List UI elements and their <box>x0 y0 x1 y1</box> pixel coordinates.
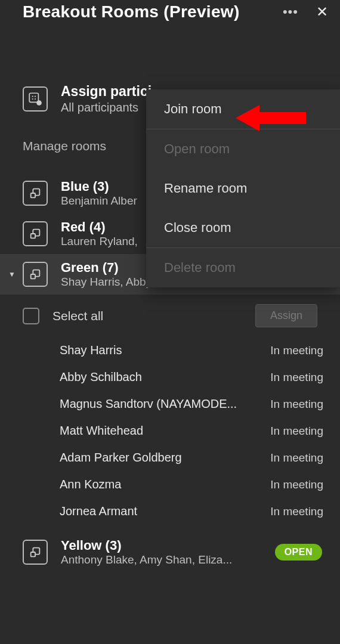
room-icon <box>23 221 48 246</box>
select-all-row: Select all Assign <box>0 297 340 335</box>
panel-title: Breakout Rooms (Preview) <box>23 2 283 21</box>
more-options-icon[interactable]: ••• <box>283 4 298 20</box>
participant-name: Ann Kozma <box>60 478 270 491</box>
participants-icon <box>23 86 48 112</box>
participant-row[interactable]: Matt Whitehead In meeting <box>60 417 340 444</box>
select-all-label: Select all <box>52 309 242 323</box>
chevron-down-icon[interactable]: ▼ <box>8 270 16 278</box>
menu-open-room: Open room <box>146 129 340 169</box>
svg-point-2 <box>32 96 33 97</box>
participant-row[interactable]: Adam Parker Goldberg In meeting <box>60 444 340 471</box>
participant-row[interactable]: Ann Kozma In meeting <box>60 471 340 498</box>
menu-delete-room: Delete room <box>146 248 340 287</box>
assign-subtitle: All participants <box>61 101 152 114</box>
svg-point-1 <box>36 100 42 106</box>
participant-row[interactable]: Abby Schilbach In meeting <box>60 364 340 391</box>
participant-status: In meeting <box>270 505 323 518</box>
assign-button[interactable]: Assign <box>255 304 317 327</box>
participant-status: In meeting <box>270 478 323 491</box>
breakout-rooms-panel: Breakout Rooms (Preview) ••• ✕ Assign pa… <box>0 0 340 644</box>
participant-status: In meeting <box>270 425 323 438</box>
header-actions: ••• ✕ <box>283 4 328 20</box>
svg-point-3 <box>35 96 36 97</box>
menu-close-room[interactable]: Close room <box>146 208 340 247</box>
room-item-yellow[interactable]: Yellow (3) Anthony Blake, Amy Shan, Eliz… <box>0 532 340 572</box>
participant-row[interactable]: Jornea Armant In meeting <box>60 498 340 525</box>
participant-status: In meeting <box>270 398 323 411</box>
open-badge: OPEN <box>275 544 322 561</box>
participants-list: Shay Harris In meeting Abby Schilbach In… <box>0 335 340 532</box>
select-all-checkbox[interactable] <box>23 308 39 324</box>
svg-rect-15 <box>31 552 35 556</box>
svg-rect-13 <box>31 274 35 278</box>
participant-name: Matt Whitehead <box>60 424 270 438</box>
svg-point-5 <box>35 98 36 100</box>
room-name: Yellow (3) <box>61 538 262 553</box>
assign-title: Assign partici <box>61 83 152 100</box>
assign-text: Assign partici All participants <box>61 83 152 114</box>
close-icon[interactable]: ✕ <box>316 4 328 20</box>
participant-status: In meeting <box>270 371 323 384</box>
svg-rect-9 <box>31 193 35 197</box>
svg-rect-0 <box>29 93 38 102</box>
participant-name: Adam Parker Goldberg <box>60 451 270 465</box>
participant-name: Shay Harris <box>60 343 270 357</box>
room-context-menu: Join room Open room Rename room Close ro… <box>146 89 340 287</box>
room-icon <box>23 181 48 206</box>
menu-join-room[interactable]: Join room <box>146 89 340 129</box>
room-participants: Anthony Blake, Amy Shan, Eliza... <box>61 553 262 566</box>
participant-name: Jornea Armant <box>60 504 270 518</box>
participant-name: Abby Schilbach <box>60 370 270 384</box>
room-icon <box>23 262 48 287</box>
room-icon <box>23 540 48 565</box>
panel-header: Breakout Rooms (Preview) ••• ✕ <box>0 0 340 24</box>
svg-rect-11 <box>31 234 35 238</box>
participant-row[interactable]: Magnus Sandtorv (NAYAMODE... In meeting <box>60 391 340 417</box>
svg-point-4 <box>32 98 33 100</box>
participant-status: In meeting <box>270 451 323 465</box>
participant-row[interactable]: Shay Harris In meeting <box>60 337 340 364</box>
menu-rename-room[interactable]: Rename room <box>146 169 340 208</box>
participant-name: Magnus Sandtorv (NAYAMODE... <box>60 397 270 411</box>
manage-rooms-label: Manage rooms <box>23 139 106 153</box>
participant-status: In meeting <box>270 344 323 357</box>
